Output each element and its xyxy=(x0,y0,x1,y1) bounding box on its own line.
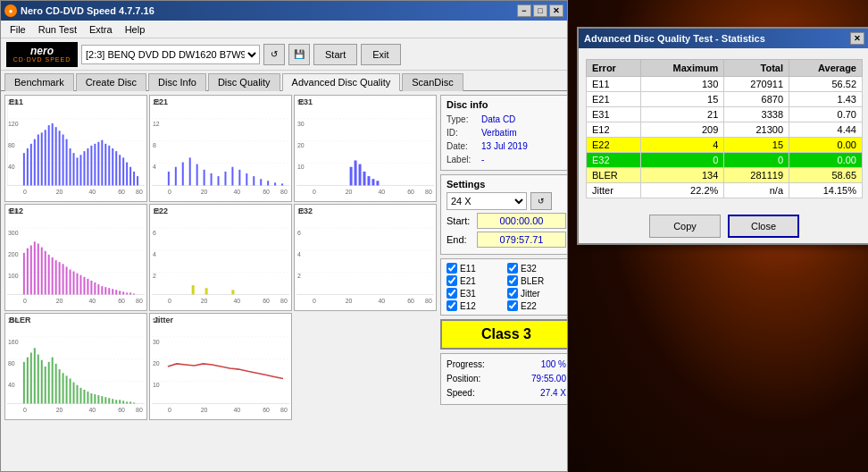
svg-text:40: 40 xyxy=(88,407,96,414)
svg-text:60: 60 xyxy=(263,189,270,196)
save-button[interactable]: 💾 xyxy=(288,44,310,65)
refresh-button[interactable]: ↺ xyxy=(263,44,285,65)
svg-rect-44 xyxy=(126,163,128,186)
svg-rect-129 xyxy=(76,274,78,295)
dialog-close-icon[interactable]: ✕ xyxy=(850,32,864,45)
svg-text:4: 4 xyxy=(297,251,301,258)
svg-text:30: 30 xyxy=(153,339,160,346)
progress-row: Progress: 100 % xyxy=(447,358,566,372)
menu-help[interactable]: Help xyxy=(120,22,151,37)
tab-benchmark[interactable]: Benchmark xyxy=(4,73,74,91)
check-e31-label: E31 xyxy=(460,289,476,299)
stats-cell-average: 1.43 xyxy=(789,92,863,107)
checkbox-e11[interactable] xyxy=(447,263,457,274)
chart-e12: E12 500 300 200 100 0 20 40 60 80 xyxy=(4,204,147,311)
svg-rect-67 xyxy=(204,170,205,186)
tab-disc-info[interactable]: Disc Info xyxy=(148,73,206,91)
svg-rect-27 xyxy=(66,139,68,186)
stats-cell-name: BLER xyxy=(587,168,641,183)
tab-create-disc[interactable]: Create Disc xyxy=(76,73,146,91)
svg-rect-145 xyxy=(133,293,135,294)
svg-text:60: 60 xyxy=(407,189,414,196)
stats-cell-total: 6870 xyxy=(724,92,789,107)
svg-rect-97 xyxy=(367,176,370,185)
checkbox-e21[interactable] xyxy=(447,275,457,286)
disc-label-val: - xyxy=(481,153,484,166)
checkbox-e22[interactable] xyxy=(507,300,518,311)
speed-select[interactable]: 24 X xyxy=(447,192,527,210)
settings-box: Settings 24 X ↺ Start: End: xyxy=(440,174,567,255)
svg-text:60: 60 xyxy=(263,298,270,305)
col-total: Total xyxy=(724,60,789,77)
menu-run-test[interactable]: Run Test xyxy=(33,22,82,37)
svg-rect-122 xyxy=(52,257,54,294)
menu-file[interactable]: File xyxy=(4,22,31,37)
stats-row-e32: E32000.00 xyxy=(587,153,863,168)
checkbox-e12[interactable] xyxy=(447,300,457,311)
svg-rect-218 xyxy=(119,400,121,403)
svg-text:20: 20 xyxy=(201,407,208,414)
svg-text:20: 20 xyxy=(346,189,353,196)
tab-scan-disc[interactable]: ScanDisc xyxy=(402,73,463,91)
svg-rect-118 xyxy=(38,243,39,294)
tab-disc-quality[interactable]: Disc Quality xyxy=(208,73,280,91)
stats-dialog: Advanced Disc Quality Test - Statistics … xyxy=(577,27,868,245)
svg-text:10: 10 xyxy=(153,382,160,389)
svg-rect-219 xyxy=(122,400,124,403)
svg-rect-74 xyxy=(253,176,255,185)
disc-info-title: Disc info xyxy=(447,99,566,110)
end-input[interactable] xyxy=(477,232,566,248)
checkbox-bler[interactable] xyxy=(507,275,518,286)
svg-rect-142 xyxy=(122,291,124,294)
svg-text:2: 2 xyxy=(297,273,301,280)
svg-rect-93 xyxy=(350,167,353,186)
svg-rect-68 xyxy=(211,173,213,185)
close-button[interactable]: ✕ xyxy=(549,4,563,17)
svg-rect-36 xyxy=(97,142,99,186)
svg-rect-127 xyxy=(70,269,71,294)
svg-rect-75 xyxy=(260,179,262,185)
checkbox-e31[interactable] xyxy=(447,288,457,299)
menu-extra[interactable]: Extra xyxy=(84,22,118,37)
svg-rect-213 xyxy=(101,396,103,403)
svg-rect-23 xyxy=(52,123,54,185)
svg-rect-30 xyxy=(76,157,78,185)
tab-advanced-disc-quality[interactable]: Advanced Disc Quality xyxy=(282,73,401,91)
check-e32-label: E32 xyxy=(521,264,537,274)
svg-text:40: 40 xyxy=(8,164,15,171)
start-input[interactable] xyxy=(477,213,566,229)
svg-rect-18 xyxy=(34,139,36,186)
exit-button[interactable]: Exit xyxy=(361,44,400,65)
svg-rect-71 xyxy=(231,167,233,186)
svg-rect-120 xyxy=(45,251,46,295)
svg-rect-19 xyxy=(38,134,39,185)
dialog-close-button[interactable]: Close xyxy=(728,215,799,238)
minimize-button[interactable]: − xyxy=(517,4,531,17)
svg-text:80: 80 xyxy=(136,407,143,414)
svg-text:80: 80 xyxy=(136,298,143,305)
stats-row-e21: E211568701.43 xyxy=(587,92,863,107)
svg-rect-121 xyxy=(48,255,50,295)
svg-rect-216 xyxy=(112,399,113,403)
stats-cell-name: E11 xyxy=(587,77,641,92)
svg-text:160: 160 xyxy=(8,339,19,346)
svg-text:20: 20 xyxy=(297,142,305,149)
progress-val: 100 % xyxy=(541,358,566,372)
speed-refresh-btn[interactable]: ↺ xyxy=(530,192,552,210)
svg-rect-133 xyxy=(90,281,92,295)
svg-rect-124 xyxy=(59,262,61,294)
stats-cell-average: 4.44 xyxy=(789,122,863,138)
col-error: Error xyxy=(587,60,641,77)
stats-cell-total: 21300 xyxy=(724,122,789,138)
checkbox-e32[interactable] xyxy=(507,263,518,274)
copy-button[interactable]: Copy xyxy=(649,215,721,238)
stats-cell-maximum: 134 xyxy=(641,168,724,183)
start-button[interactable]: Start xyxy=(313,44,357,65)
drive-select[interactable]: [2:3] BENQ DVD DD DW1620 B7W9 xyxy=(81,45,260,64)
svg-rect-39 xyxy=(108,146,110,186)
right-panel: Disc info Type: Data CD ID: Verbatim Dat… xyxy=(440,95,567,468)
progress-box: Progress: 100 % Position: 79:55.00 Speed… xyxy=(440,353,567,405)
svg-rect-136 xyxy=(101,286,103,294)
maximize-button[interactable]: □ xyxy=(533,4,547,17)
checkbox-jitter[interactable] xyxy=(507,288,518,299)
